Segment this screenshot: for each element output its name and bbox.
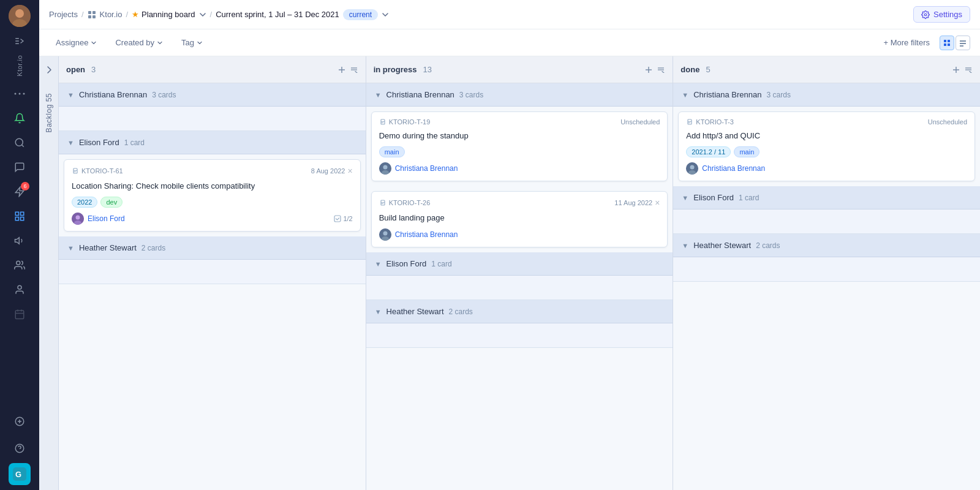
done-add-btn[interactable]: [952, 66, 960, 74]
card-t26-assignee[interactable]: Christiana Brennan: [379, 228, 458, 241]
board-menu-btn[interactable]: [199, 11, 206, 18]
svg-point-1: [15, 9, 24, 18]
card-t61-title: Location Sharing: Check mobile clients c…: [72, 181, 353, 192]
breadcrumb-sep-3: /: [210, 10, 213, 19]
column-inprogress-title: in progress 13: [374, 65, 432, 74]
card-t19-id-text: KTORIO-T-19: [389, 118, 431, 126]
card-ktorio-t-19[interactable]: KTORIO-T-19 Unscheduled Demo during the …: [371, 111, 668, 181]
card-t3-footer: Christiana Brennan: [686, 162, 967, 175]
card-t61-footer: Elison Ford 1/2: [72, 213, 353, 225]
tag-main-t19: main: [379, 146, 405, 157]
heather-inprogress-header[interactable]: ▼ Heather Stewart 2 cards: [366, 300, 673, 323]
card-t26-footer: Christiana Brennan: [379, 228, 660, 241]
group-christiana-name: Christiana Brennan: [79, 90, 147, 99]
backlog-toggle-btn[interactable]: [40, 61, 58, 78]
card-t19-id: KTORIO-T-19: [379, 118, 431, 126]
list-view-btn[interactable]: [940, 36, 954, 50]
card-ktorio-t-61[interactable]: KTORIO-T-61 8 Aug 2022 × Location Sharin…: [64, 159, 361, 232]
more-filters[interactable]: + More filters: [884, 38, 930, 47]
sidebar-flash-icon[interactable]: 6: [9, 181, 31, 203]
brand-icon[interactable]: G: [9, 463, 31, 485]
christiana-done-header[interactable]: ▼ Christiana Brennan 3 cards: [673, 83, 980, 107]
elison-done-header[interactable]: ▼ Elison Ford 1 card: [673, 186, 980, 209]
elison-done-fill: [673, 209, 980, 234]
card-t61-close[interactable]: ×: [347, 166, 352, 176]
elison-done-name: Elison Ford: [693, 193, 734, 202]
card-ktorio-t-3[interactable]: KTORIO-T-3 Unscheduled Add http/3 and QU…: [678, 111, 975, 181]
svg-point-64: [690, 165, 695, 170]
group-christiana-header[interactable]: ▼ Christiana Brennan 3 cards: [59, 83, 366, 107]
done-body: ▼ Christiana Brennan 3 cards KTORIO-T-3: [673, 83, 980, 490]
inprogress-label: in progress: [374, 65, 417, 74]
compact-view-btn[interactable]: [956, 36, 970, 50]
sprint-menu-btn[interactable]: [382, 11, 389, 18]
user-avatar[interactable]: [9, 5, 31, 27]
inprogress-count: 13: [423, 65, 431, 74]
card-ktorio-t-26[interactable]: KTORIO-T-26 11 Aug 2022 × Build landing …: [371, 191, 668, 247]
sidebar-dots-icon[interactable]: [9, 83, 31, 105]
assignee-filter[interactable]: Assignee: [49, 35, 104, 50]
card-t26-id: KTORIO-T-26: [379, 199, 431, 206]
sidebar-search-icon[interactable]: [9, 132, 31, 154]
sidebar-help-icon[interactable]: [9, 437, 31, 459]
breadcrumb-org[interactable]: Ktor.io: [100, 10, 123, 19]
svg-rect-13: [15, 217, 18, 220]
column-in-progress: in progress 13: [366, 56, 674, 490]
column-done-header: done 5: [673, 56, 980, 83]
more-filters-label: + More filters: [884, 38, 930, 47]
open-more-btn[interactable]: [350, 67, 358, 73]
inprogress-add-btn[interactable]: [644, 66, 653, 74]
inprogress-body: ▼ Christiana Brennan 3 cards KTORIO-T-1: [366, 83, 673, 490]
breadcrumb-sep-1: /: [81, 10, 84, 19]
christiana-done-name: Christiana Brennan: [693, 90, 761, 99]
settings-button[interactable]: Settings: [913, 6, 970, 23]
open-add-btn[interactable]: [337, 66, 346, 74]
header: Projects / Ktor.io / ★ Planning board / …: [39, 0, 980, 29]
card-t61-assignee[interactable]: Elison Ford: [72, 213, 125, 225]
svg-marker-15: [15, 237, 20, 244]
sidebar-grid-icon[interactable]: [9, 205, 31, 227]
heather-done-name: Heather Stewart: [693, 241, 751, 250]
column-open-header: open 3: [59, 56, 366, 83]
sidebar-collapse-btn[interactable]: [11, 34, 28, 48]
elison-chevron-ip: ▼: [375, 260, 382, 268]
sidebar-megaphone-icon[interactable]: [9, 230, 31, 252]
card-t61-tags: 2022 dev: [72, 197, 353, 208]
svg-point-54: [383, 165, 387, 170]
sidebar-person-icon[interactable]: [9, 279, 31, 301]
christiana-inprogress-header[interactable]: ▼ Christiana Brennan 3 cards: [366, 83, 673, 107]
card-t26-close[interactable]: ×: [655, 198, 660, 208]
svg-rect-37: [948, 43, 950, 46]
settings-label: Settings: [933, 10, 962, 19]
heather-done-header[interactable]: ▼ Heather Stewart 2 cards: [673, 234, 980, 257]
svg-rect-35: [948, 40, 950, 42]
elison-name: Elison Ford: [88, 214, 125, 223]
backlog-panel: Backlog 55: [39, 56, 59, 490]
breadcrumb-projects[interactable]: Projects: [49, 10, 78, 19]
sidebar-team-icon[interactable]: [9, 254, 31, 276]
card-t19-assignee[interactable]: Christiana Brennan: [379, 162, 458, 175]
done-more-btn[interactable]: [964, 67, 973, 73]
tag-filter[interactable]: Tag: [175, 35, 209, 50]
svg-rect-11: [15, 212, 18, 215]
christiana-inprogress-name: Christiana Brennan: [386, 90, 454, 99]
sidebar-bell-icon[interactable]: [9, 107, 31, 129]
sidebar-plus-icon[interactable]: [9, 410, 31, 432]
card-t3-assignee[interactable]: Christiana Brennan: [686, 162, 765, 175]
group-heather-header[interactable]: ▼ Heather Stewart 2 cards: [59, 236, 366, 260]
sidebar-chat-icon[interactable]: [9, 156, 31, 178]
inprogress-more-btn[interactable]: [657, 67, 665, 73]
christiana-avatar-t26: [379, 228, 391, 241]
svg-point-8: [23, 92, 25, 94]
column-done-title: done 5: [680, 65, 710, 74]
created-by-filter[interactable]: Created by: [108, 35, 170, 50]
card-t3-date: Unscheduled: [928, 118, 967, 126]
group-chevron-heather: ▼: [67, 244, 74, 252]
card-t61-id-text: KTORIO-T-61: [81, 167, 123, 175]
sidebar-calendar-icon[interactable]: [9, 303, 31, 325]
elison-inprogress-header[interactable]: ▼ Elison Ford 1 card: [366, 252, 673, 276]
christiana-name-t26: Christiana Brennan: [395, 230, 458, 239]
group-elison-header[interactable]: ▼ Elison Ford 1 card: [59, 131, 366, 154]
svg-rect-36: [944, 43, 946, 46]
group-elison-count: 1 card: [124, 138, 145, 147]
